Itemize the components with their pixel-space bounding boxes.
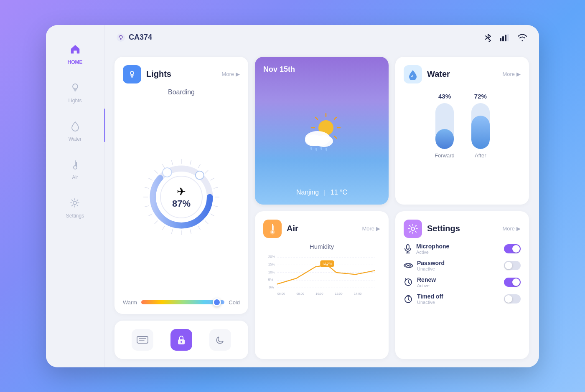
water-more-btn[interactable]: More ▶ bbox=[502, 71, 521, 77]
sidebar-label-settings: Settings bbox=[66, 213, 84, 219]
humidity-title: Humidity bbox=[263, 243, 380, 250]
lights-icon bbox=[68, 80, 83, 95]
settings-card-header: Settings More ▶ bbox=[404, 220, 521, 238]
svg-text:14:00: 14:00 bbox=[354, 292, 361, 296]
warm-label: Warm bbox=[123, 299, 137, 306]
lights-icon-bg bbox=[123, 65, 141, 83]
sidebar-label-lights: Lights bbox=[68, 98, 81, 104]
svg-line-24 bbox=[190, 229, 191, 234]
svg-point-59 bbox=[320, 147, 322, 151]
svg-point-57 bbox=[310, 147, 312, 151]
settings-more-btn[interactable]: More ▶ bbox=[502, 225, 521, 232]
lock-btn[interactable] bbox=[170, 329, 192, 351]
renew-text: Renew Active bbox=[417, 276, 436, 288]
display-icon bbox=[137, 336, 148, 344]
settings-list: Microphone Active bbox=[404, 243, 521, 305]
water-after-label: After bbox=[475, 152, 486, 159]
weather-icon-area bbox=[263, 74, 380, 189]
pwd-name: Password bbox=[417, 260, 445, 266]
water-forward-label: Forward bbox=[435, 152, 455, 159]
cold-label: Cold bbox=[229, 299, 240, 306]
sidebar-item-lights[interactable]: Lights bbox=[68, 80, 83, 104]
svg-rect-8 bbox=[502, 36, 504, 41]
pwd-toggle[interactable] bbox=[504, 261, 521, 270]
svg-rect-7 bbox=[500, 38, 501, 41]
lights-more-btn[interactable]: More ▶ bbox=[221, 71, 240, 77]
weather-card: Nov 15th bbox=[255, 57, 389, 205]
color-slider-thumb[interactable] bbox=[213, 298, 221, 306]
svg-point-88 bbox=[406, 265, 407, 266]
air-card-icon bbox=[268, 223, 277, 235]
svg-line-23 bbox=[198, 226, 200, 230]
svg-text:10%: 10% bbox=[268, 270, 275, 274]
water-card-header: Water More ▶ bbox=[404, 65, 521, 83]
sidebar-label-air: Air bbox=[72, 175, 78, 180]
svg-point-56 bbox=[315, 135, 333, 147]
lights-card-title: Lights bbox=[146, 69, 171, 79]
svg-line-22 bbox=[205, 221, 209, 224]
sidebar-item-air[interactable]: Air bbox=[68, 157, 83, 180]
sidebar-item-home[interactable]: HOME bbox=[68, 42, 83, 65]
header-title: CA374 bbox=[129, 33, 152, 42]
mic-toggle-thumb bbox=[512, 245, 520, 253]
device-frame: HOME Lights Water bbox=[46, 25, 539, 367]
svg-text:20%: 20% bbox=[268, 255, 275, 259]
svg-point-2 bbox=[74, 166, 77, 169]
svg-line-28 bbox=[155, 221, 158, 224]
sidebar-item-settings[interactable]: Settings bbox=[66, 195, 84, 219]
water-levels: 43% Forward 72% After bbox=[404, 89, 521, 163]
weather-date: Nov 15th bbox=[263, 65, 380, 74]
active-indicator bbox=[104, 109, 105, 142]
chart-area: 20% 15% 10% 5% 0% 06:00 08:00 bbox=[263, 253, 380, 299]
renew-toggle-thumb bbox=[512, 278, 520, 286]
water-after-pct: 72% bbox=[474, 93, 487, 100]
display-btn[interactable] bbox=[132, 329, 153, 351]
weather-icon bbox=[295, 110, 349, 152]
humidity-chart: 20% 15% 10% 5% 0% 06:00 08:00 bbox=[263, 253, 380, 299]
pwd-toggle-thumb bbox=[505, 262, 512, 269]
svg-point-6 bbox=[120, 38, 122, 40]
svg-line-29 bbox=[148, 214, 152, 216]
timed-text: Timed off Unactive bbox=[417, 293, 443, 305]
renew-status: Active bbox=[417, 283, 436, 288]
water-forward-fill bbox=[435, 129, 454, 149]
sidebar-label-water: Water bbox=[69, 136, 82, 142]
mic-toggle[interactable] bbox=[504, 244, 521, 253]
password-icon bbox=[404, 262, 413, 269]
svg-rect-9 bbox=[505, 35, 506, 41]
svg-rect-62 bbox=[273, 225, 274, 230]
color-slider[interactable] bbox=[141, 300, 224, 304]
dial-percent: 87% bbox=[172, 198, 191, 209]
water-icon-bg bbox=[404, 65, 422, 83]
water-card: Water More ▶ 43% Forward bbox=[395, 57, 529, 205]
svg-rect-42 bbox=[137, 336, 148, 343]
air-title-group: Air bbox=[263, 220, 298, 238]
air-more-btn[interactable]: More ▶ bbox=[362, 225, 380, 232]
moon-icon bbox=[216, 335, 225, 344]
air-card-title: Air bbox=[287, 224, 298, 233]
svg-rect-85 bbox=[407, 245, 409, 249]
air-card-header: Air More ▶ bbox=[263, 220, 380, 238]
svg-rect-10 bbox=[507, 34, 509, 41]
lights-dial[interactable]: ✈ 87% bbox=[123, 99, 240, 295]
svg-line-26 bbox=[171, 229, 173, 234]
air-icon-bg bbox=[263, 220, 282, 238]
svg-line-35 bbox=[163, 164, 165, 168]
lights-card-header: Lights More ▶ bbox=[123, 65, 240, 83]
svg-rect-61 bbox=[272, 224, 273, 230]
settings-item-microphone: Microphone Active bbox=[404, 243, 521, 255]
bluetooth-icon bbox=[485, 33, 491, 42]
night-btn[interactable] bbox=[209, 329, 231, 351]
sidebar-item-water[interactable]: Water bbox=[68, 119, 83, 142]
water-forward-item: 43% Forward bbox=[435, 93, 455, 159]
svg-point-12 bbox=[131, 72, 133, 74]
settings-item-password: Password Unactive bbox=[404, 260, 521, 271]
settings-item-timed-off: Timed off Unactive bbox=[404, 293, 521, 305]
wifi-icon bbox=[517, 34, 527, 41]
renew-toggle[interactable] bbox=[504, 278, 521, 287]
timer-icon bbox=[404, 294, 413, 303]
water-after-item: 72% After bbox=[471, 93, 490, 159]
svg-line-18 bbox=[214, 187, 218, 188]
timed-toggle[interactable] bbox=[504, 294, 521, 303]
pwd-status: Unactive bbox=[417, 266, 445, 271]
